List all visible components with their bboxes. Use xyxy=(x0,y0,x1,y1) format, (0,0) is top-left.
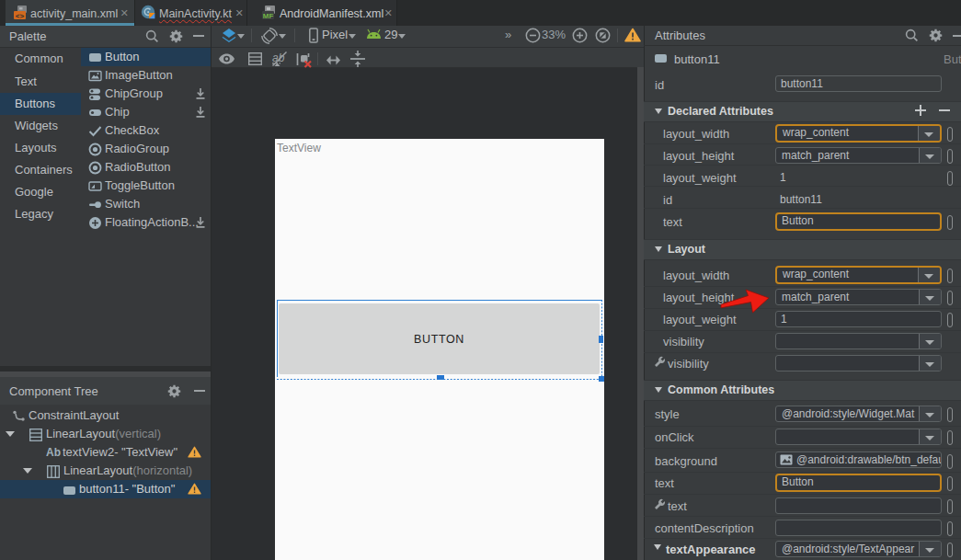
svg-text:<>: <> xyxy=(16,12,25,20)
svg-text:MF: MF xyxy=(263,12,274,20)
svg-text:ab: ab xyxy=(272,51,285,64)
